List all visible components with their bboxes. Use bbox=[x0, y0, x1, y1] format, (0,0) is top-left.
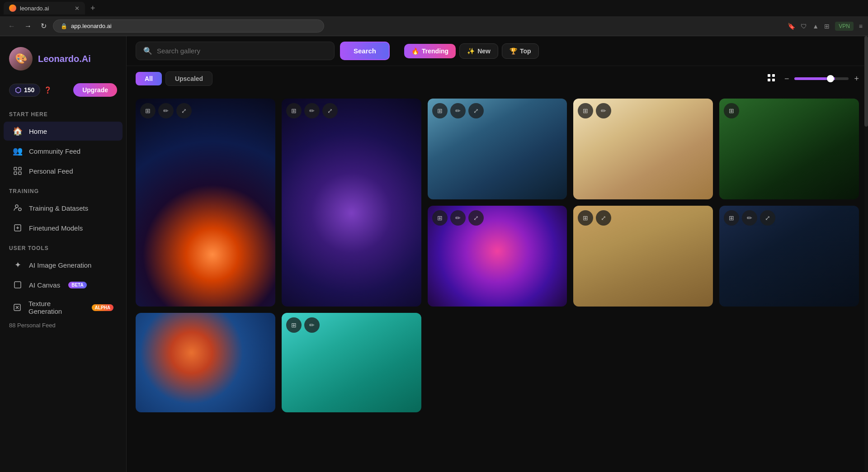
gallery-item-1[interactable]: ⊞ ✏ ⤢ bbox=[136, 99, 275, 307]
sidebar-item-ai-canvas[interactable]: AI Canvas BETA bbox=[4, 275, 123, 294]
trending-label: Trending bbox=[422, 47, 448, 55]
remix-btn-2[interactable]: ⊞ bbox=[286, 103, 302, 118]
gallery-item-10[interactable]: ⊞ ✏ bbox=[282, 313, 421, 412]
help-icon[interactable]: ❓ bbox=[44, 86, 52, 94]
top-icon: 🏆 bbox=[509, 47, 517, 55]
search-button[interactable]: Search bbox=[340, 42, 390, 60]
style-btn-3[interactable]: ✏ bbox=[450, 103, 466, 118]
shield-button[interactable]: 🛡 bbox=[801, 23, 807, 30]
app-wrapper: 🎨 Leonardo.Ai ⬡ 150 ❓ Upgrade Start Here… bbox=[0, 36, 868, 472]
style-btn-6[interactable]: ✏ bbox=[450, 210, 466, 226]
browser-actions: 🔖 🛡 ▲ ⊞ VPN ≡ bbox=[788, 22, 863, 31]
tab-close-button[interactable]: ✕ bbox=[75, 5, 80, 12]
filter-upscaled-tab[interactable]: Upscaled bbox=[165, 71, 212, 86]
sidebar: 🎨 Leonardo.Ai ⬡ 150 ❓ Upgrade Start Here… bbox=[0, 36, 127, 472]
zoom-slider[interactable] bbox=[794, 77, 849, 80]
gallery-item-4[interactable]: ⊞ ✏ bbox=[573, 99, 713, 199]
gallery-item-6[interactable]: ⊞ ✏ ⤢ bbox=[428, 206, 567, 307]
new-button[interactable]: ✨ New bbox=[459, 43, 498, 59]
expand-btn-3[interactable]: ⤢ bbox=[468, 103, 484, 118]
forward-button[interactable]: → bbox=[22, 20, 34, 32]
gallery-item-9[interactable] bbox=[136, 313, 275, 412]
sidebar-item-personal-feed[interactable]: Personal Feed bbox=[4, 161, 123, 180]
filter-all-tab[interactable]: All bbox=[136, 72, 162, 85]
remix-btn-4[interactable]: ⊞ bbox=[578, 103, 593, 118]
bookmark-button[interactable]: 🔖 bbox=[788, 23, 795, 30]
sidebar-item-community-feed[interactable]: 👥 Community Feed bbox=[4, 142, 123, 160]
remix-btn-8[interactable]: ⊞ bbox=[724, 210, 739, 226]
style-btn-2[interactable]: ✏ bbox=[304, 103, 320, 118]
expand-btn-1[interactable]: ⤢ bbox=[176, 103, 192, 118]
remix-btn-1[interactable]: ⊞ bbox=[140, 103, 156, 118]
gallery-item-5[interactable]: ⊞ bbox=[719, 99, 859, 199]
style-btn-1[interactable]: ✏ bbox=[158, 103, 174, 118]
tab-favicon bbox=[9, 5, 16, 12]
scrollbar-track bbox=[864, 36, 868, 472]
sidebar-item-training[interactable]: Training & Datasets bbox=[4, 198, 123, 217]
gallery-area: ⊞ ✏ ⤢ ⊞ ✏ ⤢ bbox=[127, 91, 868, 472]
remix-btn-3[interactable]: ⊞ bbox=[432, 103, 448, 118]
start-here-label: Start Here bbox=[0, 104, 126, 121]
sort-controls: − + bbox=[764, 72, 859, 86]
zoom-in-button[interactable]: + bbox=[854, 74, 859, 84]
zoom-slider-wrap[interactable] bbox=[794, 77, 849, 80]
gallery-item-8[interactable]: ⊞ ✏ ⤢ bbox=[719, 206, 859, 307]
trending-button[interactable]: 🔥 Trending bbox=[404, 44, 456, 58]
browser-chrome: leonardo.ai ✕ + ← → ↻ 🔒 app.leonardo.ai … bbox=[0, 0, 868, 36]
menu-button[interactable]: ≡ bbox=[859, 23, 863, 30]
vpn-badge: VPN bbox=[835, 22, 854, 31]
overlay-9 bbox=[136, 313, 275, 322]
svg-rect-10 bbox=[772, 74, 775, 77]
top-button[interactable]: 🏆 Top bbox=[502, 43, 539, 59]
sidebar-item-personal-label: Personal Feed bbox=[29, 167, 73, 175]
new-tab-button[interactable]: + bbox=[87, 2, 99, 15]
user-tools-label: User Tools bbox=[0, 238, 126, 255]
gallery-item-3[interactable]: ⊞ ✏ ⤢ bbox=[428, 99, 567, 199]
expand-btn-8[interactable]: ⤢ bbox=[760, 210, 775, 226]
back-button[interactable]: ← bbox=[5, 20, 18, 32]
sidebar-item-finetuned-label: Finetuned Models bbox=[29, 224, 83, 232]
style-btn-8[interactable]: ✏ bbox=[742, 210, 757, 226]
ai-canvas-icon bbox=[13, 280, 23, 290]
remix-btn-5[interactable]: ⊞ bbox=[724, 103, 739, 118]
remix-btn-10[interactable]: ⊞ bbox=[286, 317, 302, 333]
logo-area: 🎨 Leonardo.Ai bbox=[0, 43, 126, 80]
sidebar-item-ai-image[interactable]: ✦ AI Image Generation bbox=[4, 255, 123, 274]
extension-button[interactable]: ⊞ bbox=[824, 23, 830, 30]
svg-rect-3 bbox=[19, 172, 21, 175]
beta-badge: BETA bbox=[68, 282, 86, 288]
sidebar-item-texture[interactable]: Texture Generation ALPHA bbox=[4, 295, 123, 320]
search-input-wrap[interactable]: 🔍 bbox=[136, 42, 335, 60]
sidebar-item-home[interactable]: 🏠 Home bbox=[4, 122, 123, 141]
upgrade-button[interactable]: Upgrade bbox=[73, 83, 117, 97]
profile-button[interactable]: ▲ bbox=[812, 23, 819, 30]
scrollbar-thumb[interactable] bbox=[864, 36, 868, 127]
overlay-5: ⊞ bbox=[719, 99, 859, 123]
remix-btn-6[interactable]: ⊞ bbox=[432, 210, 448, 226]
address-bar[interactable]: 🔒 app.leonardo.ai bbox=[53, 19, 324, 33]
svg-rect-7 bbox=[14, 282, 21, 288]
browser-toolbar: ← → ↻ 🔒 app.leonardo.ai 🔖 🛡 ▲ ⊞ VPN ≡ bbox=[0, 16, 868, 36]
overlay-4: ⊞ ✏ bbox=[573, 99, 713, 123]
style-btn-4[interactable]: ✏ bbox=[596, 103, 611, 118]
active-tab[interactable]: leonardo.ai ✕ bbox=[4, 2, 85, 14]
sidebar-item-finetuned[interactable]: Finetuned Models bbox=[4, 218, 123, 237]
browser-tabs: leonardo.ai ✕ + bbox=[0, 0, 868, 16]
new-label: New bbox=[477, 47, 491, 55]
grid-view-button[interactable] bbox=[764, 72, 779, 86]
image-flowers bbox=[136, 313, 275, 412]
overlay-2: ⊞ ✏ ⤢ bbox=[282, 99, 421, 123]
expand-btn-7[interactable]: ⤢ bbox=[596, 210, 611, 226]
search-input[interactable] bbox=[157, 47, 327, 55]
personal-feed-icon bbox=[13, 166, 23, 176]
remix-btn-7[interactable]: ⊞ bbox=[578, 210, 593, 226]
zoom-out-button[interactable]: − bbox=[784, 74, 789, 84]
expand-btn-6[interactable]: ⤢ bbox=[468, 210, 484, 226]
svg-rect-11 bbox=[768, 79, 770, 81]
expand-btn-2[interactable]: ⤢ bbox=[322, 103, 338, 118]
reload-button[interactable]: ↻ bbox=[38, 20, 49, 32]
style-btn-10[interactable]: ✏ bbox=[304, 317, 320, 333]
gallery-item-2[interactable]: ⊞ ✏ ⤢ bbox=[282, 99, 421, 307]
gallery-item-7[interactable]: ⊞ ⤢ bbox=[573, 206, 713, 307]
personal-feed-count: 88 Personal Feed bbox=[0, 320, 126, 330]
